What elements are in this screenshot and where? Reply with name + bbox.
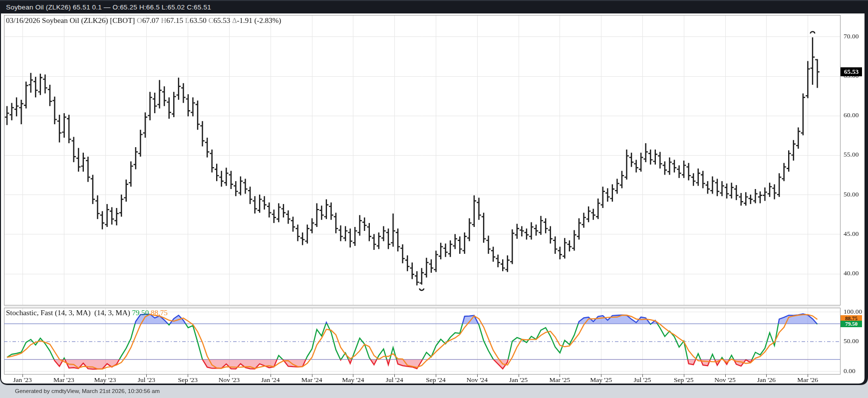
- time-axis-label: Jan '26: [745, 376, 787, 384]
- time-axis-label: Nov '25: [704, 376, 746, 384]
- time-axis-label: Mar '24: [291, 376, 333, 384]
- price-axis-label: 55.00: [844, 151, 867, 159]
- quote-field-label: Δ: [232, 16, 237, 24]
- stochastic-d-value: 88.75: [151, 309, 168, 317]
- stochastic-k-value: 79.50: [132, 309, 149, 317]
- time-axis-label: Jan '24: [250, 376, 291, 384]
- time-axis-label: Mar '26: [787, 376, 829, 384]
- price-axis-label: 45.00: [844, 230, 867, 238]
- title-bar: Soybean Oil (ZLK26) 65.51 0.1 — O:65.25 …: [0, 0, 868, 13]
- time-axis-label: Jul '24: [373, 376, 415, 384]
- time-axis-label: Sep '25: [663, 376, 705, 384]
- stochastic-axis-label: 0.00: [844, 367, 867, 375]
- quote-field-value: 67.07: [142, 16, 161, 24]
- price-axis-label: 50.00: [844, 191, 867, 199]
- time-axis-label: May '24: [332, 376, 374, 384]
- stochastic-axis-label: 100.00: [844, 308, 867, 316]
- time-axis-label: Nov '24: [456, 376, 498, 384]
- price-axis-label: 40.00: [844, 269, 867, 277]
- price-axis-label: 70.00: [844, 32, 867, 40]
- quote-field-label: H: [161, 16, 166, 24]
- stochastic-label: Stochastic, Fast (14, 3, MA) (14, 3, MA)…: [6, 309, 168, 317]
- time-axis-label: Jul '25: [621, 376, 663, 384]
- quote-instrument: Soybean Oil (ZLK26): [42, 16, 110, 24]
- quote-field-value: 67.15: [166, 16, 185, 24]
- quote-field-label: O: [137, 16, 142, 24]
- time-axis-label: May '25: [580, 376, 622, 384]
- time-axis-label: Jul '23: [125, 376, 167, 384]
- time-axis-label: Mar '23: [43, 376, 85, 384]
- quote-field-value: 65.53: [213, 16, 232, 24]
- quote-field-value: -1.91 (-2.83%): [237, 16, 283, 24]
- quote-exchange: [CBOT]: [110, 16, 137, 24]
- generated-by-text: Generated by cmdtyView, March 21st 2026,…: [15, 388, 160, 394]
- time-axis-label: May '23: [84, 376, 126, 384]
- last-price-badge: 65.53: [841, 67, 862, 77]
- stochastic-label-text: Stochastic, Fast (14, 3, MA) (14, 3, MA): [6, 309, 132, 317]
- price-chart-canvas[interactable]: [0, 0, 868, 398]
- quote-field-label: L: [185, 16, 190, 24]
- time-axis-label: Sep '24: [415, 376, 457, 384]
- stochastic-k-badge: 79.50: [841, 321, 862, 328]
- time-axis-label: Nov '23: [208, 376, 250, 384]
- time-axis-label: Jan '23: [1, 376, 43, 384]
- title-bar-text: Soybean Oil (ZLK26) 65.51 0.1 — O:65.25 …: [6, 3, 211, 11]
- time-axis-label: Jan '25: [498, 376, 540, 384]
- time-axis-label: Mar '25: [539, 376, 580, 384]
- quote-header: 03/16/2026 Soybean Oil (ZLK26) [CBOT] O6…: [6, 16, 283, 25]
- time-axis-label: Sep '23: [167, 376, 209, 384]
- quote-date: 03/16/2026: [6, 16, 42, 24]
- quote-field-label: C: [208, 16, 213, 24]
- stochastic-axis-label: 50.00: [844, 337, 867, 345]
- quote-field-value: 63.50: [190, 16, 209, 24]
- price-axis-label: 60.00: [844, 111, 867, 119]
